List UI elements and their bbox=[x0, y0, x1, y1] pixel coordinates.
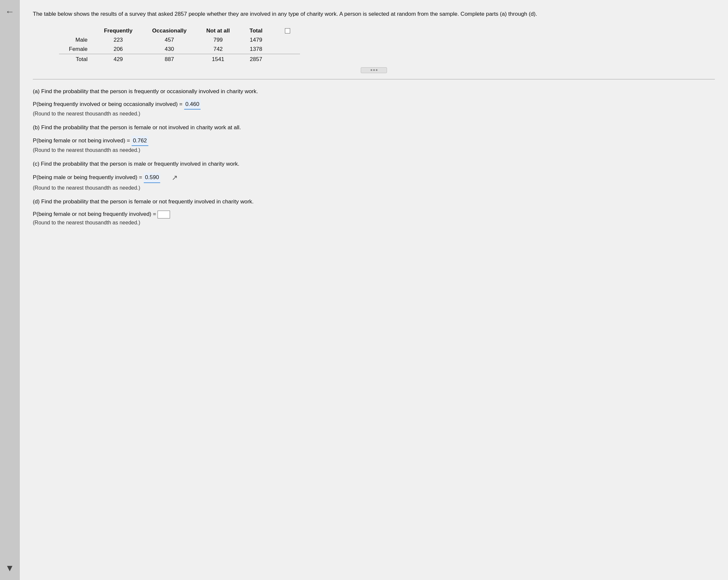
answer-value-b[interactable]: 0.762 bbox=[132, 136, 148, 146]
note-c: (Round to the nearest thousandth as need… bbox=[33, 185, 715, 191]
table-cell-male-label: Male bbox=[59, 35, 94, 45]
scroll-dot bbox=[370, 69, 372, 71]
scroll-indicator[interactable] bbox=[33, 67, 715, 73]
table-cell-female-label: Female bbox=[59, 45, 94, 54]
data-table-container: Frequently Occasionally Not at all Total… bbox=[33, 26, 715, 64]
scroll-dot bbox=[373, 69, 375, 71]
note-b: (Round to the nearest thousandth as need… bbox=[33, 147, 715, 153]
table-header-frequently: Frequently bbox=[94, 26, 142, 35]
table-cell-male-total: 1479 bbox=[240, 35, 272, 45]
scroll-dots bbox=[370, 69, 378, 71]
table-cell-male-occasionally: 457 bbox=[142, 35, 197, 45]
table-cell-female-total: 1378 bbox=[240, 45, 272, 54]
formula-d: P(being female or not being frequently i… bbox=[33, 211, 158, 217]
answer-a: P(being frequently involved or being occ… bbox=[33, 100, 715, 110]
table-cell-total-occasionally: 887 bbox=[142, 54, 197, 64]
table-row: Male 223 457 799 1479 bbox=[59, 35, 300, 45]
section-b: (b) Find the probability that the person… bbox=[33, 123, 715, 153]
left-navigation-bar: ← ▼ bbox=[0, 0, 20, 580]
survey-table: Frequently Occasionally Not at all Total… bbox=[59, 26, 300, 64]
table-header-not-at-all: Not at all bbox=[196, 26, 240, 35]
answer-b: P(being female or not being involved) = … bbox=[33, 136, 715, 146]
table-header-occasionally: Occasionally bbox=[142, 26, 197, 35]
table-cell-total-frequently: 429 bbox=[94, 54, 142, 64]
scroll-bar[interactable] bbox=[361, 67, 387, 73]
answer-c: P(being male or being frequently involve… bbox=[33, 172, 715, 184]
scroll-dot bbox=[376, 69, 378, 71]
table-cell-male-not-at-all: 799 bbox=[196, 35, 240, 45]
table-header-empty bbox=[59, 26, 94, 35]
section-a: (a) Find the probability that the person… bbox=[33, 87, 715, 117]
note-d: (Round to the nearest thousandth as need… bbox=[33, 220, 715, 226]
question-b: (b) Find the probability that the person… bbox=[33, 123, 715, 132]
formula-a: P(being frequently involved or being occ… bbox=[33, 101, 184, 107]
section-c: (c) Find the probability that the person… bbox=[33, 160, 715, 191]
checkbox-icon[interactable] bbox=[285, 28, 290, 33]
answer-value-c[interactable]: 0.590 bbox=[144, 172, 160, 183]
question-d: (d) Find the probability that the person… bbox=[33, 197, 715, 206]
table-cell-female-occasionally: 430 bbox=[142, 45, 197, 54]
down-arrow-icon[interactable]: ▼ bbox=[5, 563, 15, 574]
answer-input-d[interactable] bbox=[158, 211, 170, 219]
question-c: (c) Find the probability that the person… bbox=[33, 160, 715, 168]
back-arrow-icon[interactable]: ← bbox=[5, 6, 15, 17]
question-a: (a) Find the probability that the person… bbox=[33, 87, 715, 96]
horizontal-divider bbox=[33, 79, 715, 79]
answer-value-a[interactable]: 0.460 bbox=[184, 100, 201, 110]
formula-c: P(being male or being frequently involve… bbox=[33, 174, 144, 181]
table-cell-total-total: 2857 bbox=[240, 54, 272, 64]
intro-text: The table below shows the results of a s… bbox=[33, 10, 689, 18]
table-header-total: Total bbox=[240, 26, 272, 35]
note-a: (Round to the nearest thousandth as need… bbox=[33, 111, 715, 117]
formula-b: P(being female or not being involved) = bbox=[33, 137, 132, 144]
cursor-arrow-icon: ↗ bbox=[172, 172, 178, 184]
table-cell-total-label: Total bbox=[59, 54, 94, 64]
table-cell-female-frequently: 206 bbox=[94, 45, 142, 54]
table-row: Female 206 430 742 1378 bbox=[59, 45, 300, 54]
table-cell-male-frequently: 223 bbox=[94, 35, 142, 45]
table-cell-total-not-at-all: 1541 bbox=[196, 54, 240, 64]
table-row: Total 429 887 1541 2857 bbox=[59, 54, 300, 64]
main-content: The table below shows the results of a s… bbox=[20, 0, 728, 580]
section-d: (d) Find the probability that the person… bbox=[33, 197, 715, 226]
table-cell-female-not-at-all: 742 bbox=[196, 45, 240, 54]
answer-d: P(being female or not being frequently i… bbox=[33, 210, 715, 219]
